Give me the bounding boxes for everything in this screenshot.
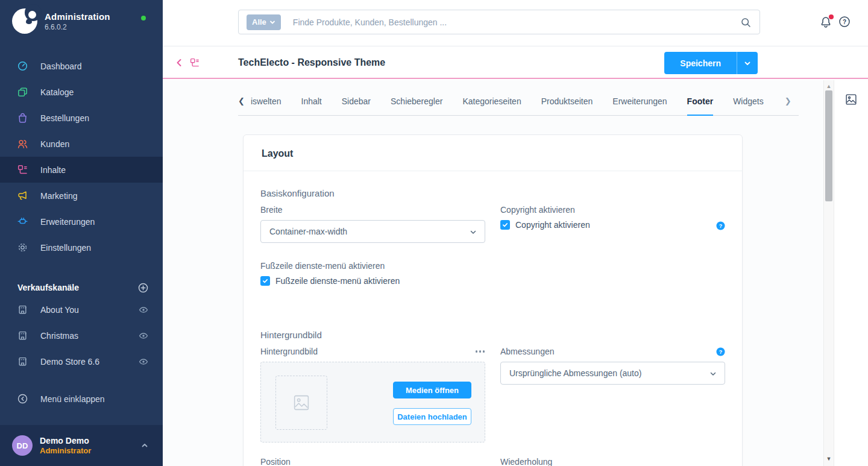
notification-badge <box>829 14 834 19</box>
scrollbar-thumb[interactable] <box>825 90 832 201</box>
global-search[interactable]: Alle <box>238 10 760 34</box>
tab-kategorieseiten[interactable]: Kategorieseiten <box>462 96 521 115</box>
sidebar-item-inhalte[interactable]: Inhalte <box>0 157 163 183</box>
chevron-down-icon <box>470 228 477 236</box>
breite-select[interactable]: Container-max-width <box>260 220 485 243</box>
save-button[interactable]: Speichern <box>664 52 737 74</box>
sales-channels-title: Verkaufskanäle <box>17 283 138 292</box>
scroll-up-arrow[interactable]: ▲ <box>824 84 834 89</box>
shopware-logo <box>12 8 37 34</box>
sales-channel-about-you[interactable]: About You <box>0 297 163 323</box>
sales-channel-demo-store[interactable]: Demo Store 6.6 <box>0 348 163 374</box>
sidebar-item-bestellungen[interactable]: Bestellungen <box>0 105 163 131</box>
storefront-icon <box>17 356 28 367</box>
eye-icon[interactable] <box>139 331 148 341</box>
sales-channel-christmas[interactable]: Christmas <box>0 323 163 348</box>
collapse-menu-button[interactable]: Menü einklappen <box>0 386 163 412</box>
eye-icon[interactable] <box>139 357 148 367</box>
theme-image-icon[interactable] <box>846 94 857 105</box>
tab-footer[interactable]: Footer <box>687 96 714 116</box>
eye-icon[interactable] <box>139 305 148 315</box>
sidebar-item-einstellungen[interactable]: Einstellungen <box>0 235 163 260</box>
abmessungen-select-value: Ursprüngliche Abmessungen (auto) <box>509 368 641 378</box>
copyright-label: Copyright aktivieren <box>500 205 725 215</box>
breite-select-value: Container-max-width <box>269 227 347 236</box>
sidebar-item-erweiterungen[interactable]: Erweiterungen <box>0 209 163 235</box>
tab-erweiterungen[interactable]: Erweiterungen <box>612 96 667 115</box>
search-icon <box>741 17 751 28</box>
tab-inhalt[interactable]: Inhalt <box>301 96 322 115</box>
tab-schieberegler[interactable]: Schieberegler <box>391 96 442 115</box>
image-placeholder-icon <box>294 395 309 411</box>
wiederholung-label: Wiederholung <box>500 457 725 466</box>
sidebar-item-label: Erweiterungen <box>40 217 95 227</box>
footer-service-label: Fußzeile dienste-menü aktivieren <box>260 261 485 271</box>
sidebar-item-kunden[interactable]: Kunden <box>0 131 163 157</box>
chevron-down-icon <box>269 19 275 25</box>
card-title: Layout <box>262 148 724 159</box>
vertical-scrollbar[interactable]: ▲ ▼ <box>823 80 834 466</box>
context-menu-button[interactable] <box>475 348 486 354</box>
svg-text:?: ? <box>719 223 722 229</box>
tabs-scroll-left-button[interactable]: ❮ <box>238 96 245 115</box>
chevron-down-icon <box>709 370 717 377</box>
notifications-button[interactable] <box>820 16 833 29</box>
abmessungen-label: Abmessungen <box>500 347 555 356</box>
sidebar-item-label: Marketing <box>40 191 77 201</box>
sidebar-item-kataloge[interactable]: Kataloge <box>0 79 163 105</box>
avatar: DD <box>12 435 33 456</box>
open-media-button[interactable]: Medien öffnen <box>393 382 471 398</box>
abmessungen-select[interactable]: Ursprüngliche Abmessungen (auto) <box>500 362 725 385</box>
svg-text:?: ? <box>843 19 846 25</box>
search-scope-dropdown[interactable]: Alle <box>247 14 281 30</box>
save-split-button: Speichern <box>664 52 758 74</box>
sidebar-header: Administration 6.6.0.2 <box>0 0 163 42</box>
add-sales-channel-button[interactable] <box>138 283 148 293</box>
topbar: Alle ? <box>163 0 868 46</box>
tab-produktseiten[interactable]: Produktseiten <box>541 96 593 115</box>
layout-card: Layout Basiskonfiguration Breite Contain… <box>243 134 743 466</box>
sidebar-item-label: Einstellungen <box>40 243 91 253</box>
sidebar-item-label: Bestellungen <box>40 113 89 123</box>
footer-service-checkbox[interactable] <box>260 276 270 286</box>
extensions-icon <box>17 216 28 227</box>
storefront-icon <box>17 304 28 315</box>
sidebar-item-label: Dashboard <box>40 61 82 71</box>
sidebar-item-marketing[interactable]: Marketing <box>0 183 163 209</box>
upload-files-button[interactable]: Dateien hochladen <box>393 408 471 425</box>
settings-icon <box>17 242 28 253</box>
media-upload-dropzone[interactable]: Medien öffnen Dateien hochladen <box>260 362 485 442</box>
help-icon[interactable]: ? <box>716 347 725 356</box>
sidebar-item-dashboard[interactable]: Dashboard <box>0 53 163 79</box>
app-version: 6.6.0.2 <box>45 23 110 31</box>
card-header: Layout <box>244 135 742 171</box>
smartbar: TechElecto - Responsive Theme Speichern <box>163 47 868 79</box>
help-button[interactable]: ? <box>838 16 852 29</box>
back-button[interactable] <box>175 58 184 68</box>
chevron-up-icon <box>141 442 148 449</box>
tabs-scroll-right-button[interactable]: ❯ <box>785 96 791 115</box>
user-menu[interactable]: DD Demo Demo Administrator <box>0 425 163 466</box>
tab-sidebar[interactable]: Sidebar <box>342 96 371 115</box>
search-input[interactable] <box>293 17 733 27</box>
help-icon[interactable]: ? <box>716 221 725 230</box>
collapse-circle-icon <box>17 394 28 404</box>
theme-preview-panel <box>834 80 868 466</box>
user-name: Demo Demo <box>40 436 134 446</box>
tab-widgets[interactable]: Widgets <box>733 96 764 115</box>
sales-channel-label: About You <box>40 305 126 315</box>
catalogues-icon <box>17 87 28 97</box>
tabbar: ❮ iswelten Inhalt Sidebar Schieberegler … <box>238 80 799 116</box>
section-title-hintergrundbild: Hintergrundbild <box>260 330 725 340</box>
tab-erlebniswelten[interactable]: iswelten <box>251 96 281 115</box>
sidebar-item-label: Kataloge <box>40 87 74 97</box>
orders-icon <box>17 113 28 123</box>
copyright-checkbox[interactable] <box>500 220 510 230</box>
theme-config-content: ❮ iswelten Inhalt Sidebar Schieberegler … <box>163 80 823 466</box>
scroll-down-arrow[interactable]: ▼ <box>824 456 834 462</box>
user-role: Administrator <box>40 446 134 455</box>
sidebar: Administration 6.6.0.2 Dashboard Katalog… <box>0 0 163 466</box>
copyright-checkbox-label: Copyright aktivieren <box>515 220 590 230</box>
save-options-button[interactable] <box>737 52 758 74</box>
dashboard-icon <box>17 61 28 71</box>
